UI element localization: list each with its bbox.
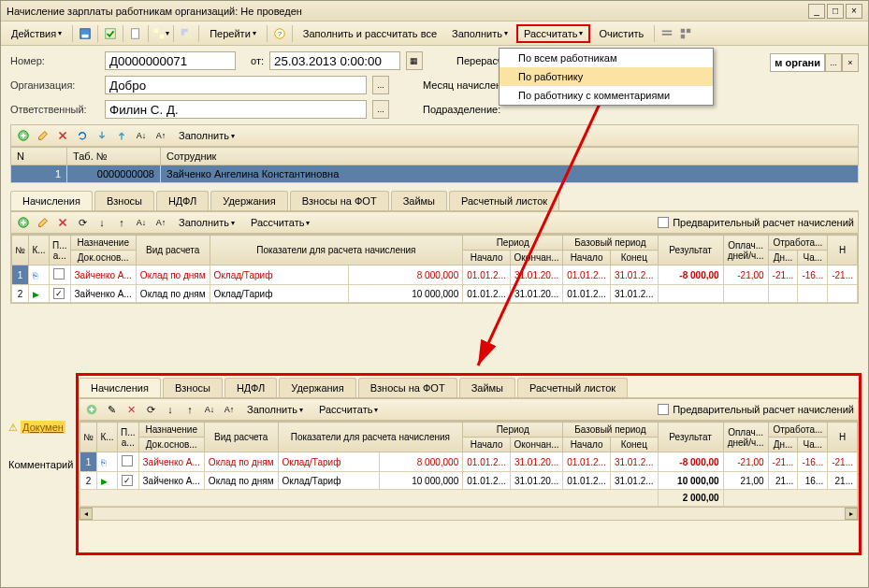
- tab-deductions[interactable]: Удержания: [210, 191, 287, 210]
- actions-menu[interactable]: Действия▾: [5, 25, 68, 42]
- tab-accruals[interactable]: Начисления: [10, 191, 93, 210]
- close-button[interactable]: ×: [846, 4, 862, 19]
- b-refresh-icon[interactable]: ⟳: [142, 401, 159, 418]
- btab-deduct[interactable]: Удержания: [279, 378, 355, 397]
- gh-base[interactable]: Базовый период: [563, 236, 658, 251]
- bottom-row[interactable]: 2 ▶ ✓ Зайченко А... Оклад по дням Оклад/…: [80, 472, 858, 490]
- delete-icon[interactable]: [54, 127, 71, 144]
- grid-icon-2[interactable]: [677, 25, 694, 42]
- grid-add-icon[interactable]: [15, 214, 32, 231]
- horizontal-scrollbar[interactable]: ◂ ▸: [80, 507, 858, 520]
- movedown-icon[interactable]: [94, 127, 110, 144]
- add-icon[interactable]: [15, 127, 32, 144]
- btab-contrib[interactable]: Взносы: [163, 378, 223, 397]
- menu-by-employee[interactable]: По работнику: [500, 67, 713, 86]
- menu-all-employees[interactable]: По всем работникам: [500, 49, 713, 67]
- menu-by-employee-comments[interactable]: По работнику с комментариями: [500, 86, 713, 105]
- tab-payslip[interactable]: Расчетный листок: [449, 191, 559, 210]
- scroll-right-icon[interactable]: ▸: [845, 508, 858, 520]
- grid-calc-menu[interactable]: Рассчитать▾: [244, 214, 316, 231]
- b-add-icon[interactable]: [83, 401, 100, 418]
- side-docs-link[interactable]: ⚠ Докумен: [8, 422, 65, 434]
- row-checkbox[interactable]: [53, 268, 65, 280]
- gh-bstart[interactable]: Начало: [563, 251, 611, 265]
- tab-loans[interactable]: Займы: [391, 191, 447, 210]
- date-field[interactable]: [269, 51, 400, 70]
- gh-pstart[interactable]: Начало: [463, 251, 511, 265]
- gh-naz[interactable]: Назначение: [70, 236, 136, 251]
- col-n[interactable]: N: [11, 148, 67, 165]
- struct-icon[interactable]: ▾: [152, 25, 169, 42]
- b-up-icon[interactable]: ↑: [181, 401, 198, 418]
- col-employee[interactable]: Сотрудник: [161, 148, 859, 165]
- grid-sortasc-icon[interactable]: A↓: [133, 214, 150, 231]
- fill-calc-all-button[interactable]: Заполнить и рассчитать все: [297, 25, 443, 42]
- grid-delete-icon[interactable]: [54, 214, 71, 231]
- grid-down-icon[interactable]: ↓: [94, 214, 110, 231]
- b-fill-menu[interactable]: Заполнить▾: [240, 401, 310, 418]
- gh-doc[interactable]: Док.основ...: [70, 251, 136, 265]
- resp-select-button[interactable]: ...: [372, 100, 389, 119]
- grid-sortdesc-icon[interactable]: A↑: [152, 214, 169, 231]
- gh-indicators[interactable]: Показатели для расчета начисления: [210, 236, 463, 265]
- edit-icon[interactable]: [35, 127, 51, 144]
- employee-row[interactable]: 1 0000000008 Зайченко Ангелина Константи…: [11, 165, 859, 183]
- b-sortasc-icon[interactable]: A↓: [201, 401, 218, 418]
- col-tab[interactable]: Таб. №: [67, 148, 161, 165]
- cascade-icon[interactable]: [178, 25, 195, 42]
- gh-nn[interactable]: Н: [828, 236, 858, 265]
- b-down-icon[interactable]: ↓: [162, 401, 179, 418]
- b-sortdesc-icon[interactable]: A↑: [221, 401, 238, 418]
- sort-desc-icon[interactable]: A↑: [152, 127, 169, 144]
- grid-refresh-icon[interactable]: ⟳: [74, 214, 91, 231]
- gh-k[interactable]: К...: [29, 236, 50, 265]
- calculate-menu[interactable]: Рассчитать▾: [516, 24, 590, 43]
- btab-accruals[interactable]: Начисления: [79, 378, 161, 397]
- btab-fot[interactable]: Взносы на ФОТ: [358, 378, 457, 397]
- gh-pend[interactable]: Окончан...: [510, 251, 562, 265]
- row-checkbox[interactable]: ✓: [53, 288, 65, 299]
- gh-worked[interactable]: Отработа...: [768, 236, 828, 251]
- b-edit-icon[interactable]: ✎: [103, 401, 120, 418]
- refresh-icon[interactable]: [74, 127, 91, 144]
- org-badge-dots[interactable]: ...: [825, 53, 842, 72]
- date-picker-icon[interactable]: ▦: [406, 51, 423, 70]
- clear-button[interactable]: Очистить: [592, 25, 650, 42]
- tab-contributions[interactable]: Взносы: [94, 191, 154, 210]
- btab-payslip[interactable]: Расчетный листок: [517, 378, 628, 397]
- save-icon[interactable]: [77, 25, 94, 42]
- gh-bend[interactable]: Конец: [610, 251, 658, 265]
- doc-icon[interactable]: [127, 25, 144, 42]
- btab-ndfl[interactable]: НДФЛ: [224, 378, 277, 397]
- number-field[interactable]: [105, 51, 236, 70]
- post-icon[interactable]: [102, 25, 119, 42]
- gh-p[interactable]: П... а...: [50, 236, 71, 265]
- resp-field[interactable]: [105, 100, 367, 119]
- org-field[interactable]: [105, 76, 367, 94]
- grid-icon-1[interactable]: [659, 25, 675, 42]
- sort-asc-icon[interactable]: A↓: [133, 127, 150, 144]
- gh-vid[interactable]: Вид расчета: [136, 236, 210, 265]
- gh-result[interactable]: Результат: [658, 236, 723, 265]
- btab-loans[interactable]: Займы: [459, 378, 515, 397]
- prelim-checkbox[interactable]: Предварительный расчет начислений: [658, 217, 854, 228]
- grid-row[interactable]: 1 ⎘ Зайченко А... Оклад по дням Оклад/Та…: [12, 265, 858, 285]
- gh-ch[interactable]: Ча...: [798, 251, 828, 265]
- b-calc-menu[interactable]: Рассчитать▾: [312, 401, 384, 418]
- org-badge-close[interactable]: ×: [842, 53, 859, 72]
- gh-n[interactable]: №: [12, 236, 29, 265]
- help-icon[interactable]: ?: [271, 25, 288, 42]
- grid-edit-icon[interactable]: [35, 214, 51, 231]
- fill-employees-menu[interactable]: Заполнить▾: [172, 127, 241, 144]
- fill-menu[interactable]: Заполнить▾: [445, 25, 514, 42]
- bottom-row[interactable]: 1 ⎘ Зайченко А... Оклад по дням Оклад/Та…: [80, 452, 858, 472]
- moveup-icon[interactable]: [113, 127, 130, 144]
- tab-ndfl[interactable]: НДФЛ: [156, 191, 209, 210]
- maximize-button[interactable]: □: [827, 4, 844, 19]
- gh-period[interactable]: Период: [463, 236, 563, 251]
- goto-menu[interactable]: Перейти▾: [203, 25, 263, 42]
- minimize-button[interactable]: _: [808, 4, 825, 19]
- b-delete-icon[interactable]: ✕: [123, 401, 139, 418]
- org-select-button[interactable]: ...: [372, 76, 389, 94]
- b-prelim-checkbox[interactable]: Предварительный расчет начислений: [658, 404, 854, 415]
